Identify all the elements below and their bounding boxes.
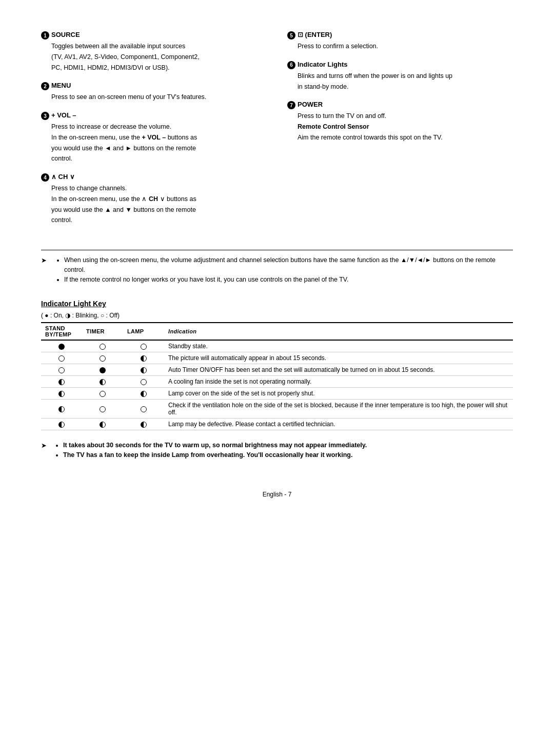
icon-blink [141, 391, 147, 397]
table-row: A cooling fan inside the set is not oper… [41, 376, 513, 388]
icon-off [141, 344, 147, 350]
indication-cell: The picture will automatically appear in… [164, 352, 513, 364]
icon-blink [100, 422, 106, 428]
section-title-indicator-lights: Indicator Lights [298, 61, 348, 68]
standby-cell [41, 352, 82, 364]
section-num-1: 1 [41, 31, 49, 39]
page-footer: English - 7 [41, 491, 513, 498]
table-row: Standby state. [41, 340, 513, 352]
section-power: 7 POWER Press to turn the TV on and off.… [287, 101, 513, 142]
arrow-icon: ➤ [41, 255, 47, 266]
icon-off [141, 379, 147, 385]
section-num-5: 5 [287, 31, 295, 39]
indicator-table: Stand By/Temp Timer Lamp Indication Stan… [41, 322, 513, 430]
lamp-cell [123, 352, 164, 364]
icon-off [58, 367, 65, 373]
standby-cell [41, 388, 82, 400]
section-title-menu: MENU [51, 82, 71, 89]
lamp-cell [123, 340, 164, 352]
standby-cell [41, 419, 82, 430]
section-enter: 5 ⊡ (ENTER) Press to confirm a selection… [287, 31, 513, 51]
top-columns: 1 SOURCE Toggles between all the availab… [41, 31, 513, 234]
footer-arrow-icon: ➤ [41, 441, 47, 451]
footer-note-1: It takes about 30 seconds for the TV to … [63, 441, 367, 450]
main-content: 1 SOURCE Toggles between all the availab… [41, 31, 513, 498]
section-body-source: Toggles between all the available input … [51, 42, 267, 72]
section-menu: 2 MENU Press to see an on-screen menu of… [41, 82, 267, 102]
section-num-7: 7 [287, 101, 295, 109]
section-source: 1 SOURCE Toggles between all the availab… [41, 31, 267, 72]
table-row: Auto Timer ON/OFF has been set and the s… [41, 364, 513, 376]
timer-cell [82, 388, 123, 400]
section-title-power: POWER [298, 101, 323, 108]
icon-blink [58, 379, 65, 385]
col-header-lamp: Lamp [123, 323, 164, 340]
section-num-6: 6 [287, 61, 295, 69]
note-item-1: When using the on-screen menu, the volum… [64, 255, 513, 275]
timer-cell [82, 340, 123, 352]
icon-on [100, 367, 106, 373]
icon-off [100, 391, 106, 397]
lamp-cell [123, 419, 164, 430]
timer-cell [82, 364, 123, 376]
icon-off [100, 406, 106, 412]
table-row: The picture will automatically appear in… [41, 352, 513, 364]
timer-cell [82, 376, 123, 388]
lamp-cell [123, 388, 164, 400]
footer-notes-list: It takes about 30 seconds for the TV to … [55, 441, 367, 460]
icon-blink [100, 379, 106, 385]
section-title-ch: ∧ CH ∨ [51, 173, 75, 181]
icon-off [141, 406, 147, 412]
indication-cell: Lamp cover on the side of the set is not… [164, 388, 513, 400]
section-indicator-lights: 6 Indicator Lights Blinks and turns off … [287, 61, 513, 92]
footer-note-2: The TV has a fan to keep the inside Lamp… [63, 450, 367, 460]
section-num-3: 3 [41, 112, 49, 120]
note-arrow-row: ➤ When using the on-screen menu, the vol… [41, 255, 513, 284]
icon-blink [58, 391, 65, 397]
icon-off [100, 355, 106, 362]
table-header-row: Stand By/Temp Timer Lamp Indication [41, 323, 513, 340]
indicator-light-key-section: Indicator Light Key ( ● : On, ◑ : Blinki… [41, 300, 513, 430]
icon-off [58, 355, 65, 362]
indication-cell: Auto Timer ON/OFF has been set and the s… [164, 364, 513, 376]
section-body-menu: Press to see an on-screen menu of your T… [51, 92, 267, 102]
notes-list: When using the on-screen menu, the volum… [56, 255, 513, 284]
icon-off [100, 344, 106, 350]
table-row: Lamp may be defective. Please contact a … [41, 419, 513, 430]
page-number: English - 7 [263, 491, 292, 498]
indication-cell: Standby state. [164, 340, 513, 352]
col-header-indication: Indication [164, 323, 513, 340]
section-body-ch: Press to change channels. In the on-scre… [51, 184, 267, 225]
notes-section: ➤ When using the on-screen menu, the vol… [41, 250, 513, 284]
lamp-cell [123, 376, 164, 388]
section-body-vol: Press to increase or decrease the volume… [51, 122, 267, 164]
indicator-light-key-title: Indicator Light Key [41, 300, 513, 308]
timer-cell [82, 400, 123, 419]
icon-blink [141, 367, 147, 373]
standby-cell [41, 376, 82, 388]
section-body-indicator-lights: Blinks and turns off when the power is o… [298, 71, 513, 92]
section-num-4: 4 [41, 173, 49, 182]
icon-blink [141, 355, 147, 362]
section-vol: 3 + VOL – Press to increase or decrease … [41, 111, 267, 164]
section-title-vol: + VOL – [51, 111, 76, 119]
col-header-timer: Timer [82, 323, 123, 340]
right-column: 5 ⊡ (ENTER) Press to confirm a selection… [287, 31, 513, 234]
section-ch: 4 ∧ CH ∨ Press to change channels. In th… [41, 173, 267, 225]
icon-blink [141, 422, 147, 428]
section-body-power: Press to turn the TV on and off. Remote … [298, 111, 513, 142]
indication-cell: Check if the ventilation hole on the sid… [164, 400, 513, 419]
standby-cell [41, 340, 82, 352]
standby-cell [41, 400, 82, 419]
indication-cell: A cooling fan inside the set is not oper… [164, 376, 513, 388]
indicator-legend: ( ● : On, ◑ : Blinking, ○ : Off) [41, 312, 513, 319]
icon-on [58, 344, 65, 350]
icon-blink [58, 422, 65, 428]
section-num-2: 2 [41, 82, 49, 90]
standby-cell [41, 364, 82, 376]
lamp-cell [123, 364, 164, 376]
timer-cell [82, 419, 123, 430]
timer-cell [82, 352, 123, 364]
indication-cell: Lamp may be defective. Please contact a … [164, 419, 513, 430]
lamp-cell [123, 400, 164, 419]
